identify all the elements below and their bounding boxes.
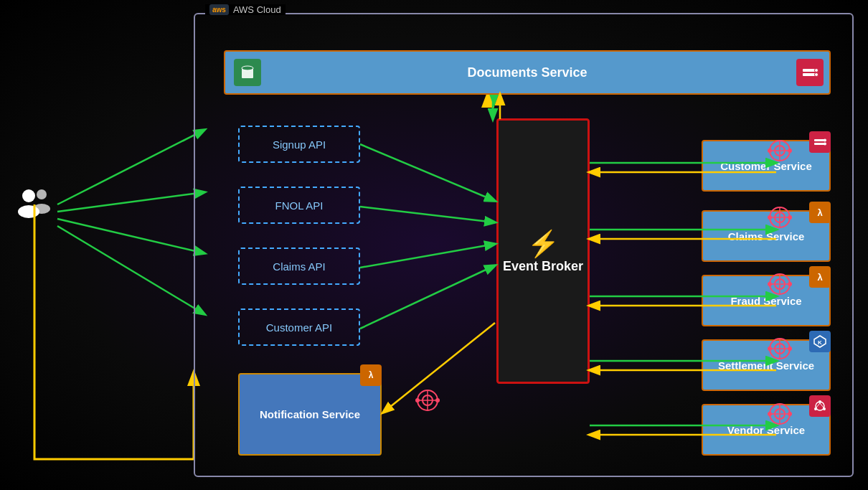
aws-cloud-container: aws AWS Cloud Documents Service Signup A… [194, 13, 854, 477]
claims-service-label: Claims Service [728, 230, 805, 242]
documents-service: Documents Service [224, 50, 831, 95]
svg-point-17 [815, 73, 819, 77]
vendor-service-label: Vendor Service [727, 424, 805, 436]
svg-point-80 [415, 398, 420, 402]
svg-point-21 [824, 143, 826, 146]
notification-lambda-badge: λ [360, 364, 382, 386]
settlement-service-label: Settlement Service [718, 359, 814, 372]
svg-line-8 [57, 226, 204, 314]
customer-api-box: Customer API [238, 308, 360, 346]
svg-text:K: K [818, 339, 822, 346]
mq-icon-doc [796, 59, 824, 86]
svg-point-20 [824, 139, 826, 142]
svg-point-27 [814, 407, 817, 410]
s3-icon [234, 59, 261, 86]
claims-api-box: Claims API [238, 248, 360, 285]
svg-line-6 [57, 192, 204, 212]
notification-service-label: Notification Service [260, 408, 360, 420]
svg-line-33 [360, 265, 495, 329]
settlement-service: K Settlement Service [702, 339, 831, 391]
customer-api-label: Customer API [266, 321, 333, 334]
svg-line-5 [57, 130, 204, 204]
fraud-service: λ Fraud Service [702, 275, 831, 326]
aws-logo: aws AWS Cloud [205, 4, 286, 15]
svg-line-30 [360, 144, 495, 201]
event-broker-label: Event Broker [503, 259, 583, 274]
fnol-api-label: FNOL API [275, 199, 324, 212]
claims-api-label: Claims API [273, 260, 325, 273]
fraud-svc-icon: λ [809, 266, 831, 288]
aws-logo-box: aws [209, 4, 229, 15]
svg-point-3 [33, 204, 50, 214]
customer-svc-icon [809, 131, 831, 153]
customer-service-label: Customer Service [720, 160, 812, 172]
svg-line-32 [360, 244, 495, 268]
fnol-api-box: FNOL API [238, 187, 360, 224]
notification-service: λ Notification Service [238, 373, 382, 456]
signup-api-box: Signup API [238, 126, 360, 163]
svg-point-75 [418, 390, 438, 410]
svg-point-0 [22, 189, 35, 202]
svg-line-31 [360, 207, 495, 222]
svg-point-16 [815, 69, 819, 72]
event-broker-icon: ⚡ [527, 229, 560, 259]
svg-point-76 [423, 395, 433, 405]
claims-service: λ Claims Service [702, 210, 831, 262]
claims-svc-icon: λ [809, 202, 831, 223]
svg-point-79 [435, 398, 440, 402]
fraud-service-label: Fraud Service [730, 295, 801, 307]
svg-point-26 [823, 407, 826, 410]
vendor-svc-icon [809, 395, 831, 417]
svg-point-2 [37, 189, 47, 199]
event-broker: ⚡ Event Broker [496, 118, 590, 384]
settlement-svc-icon: K [809, 331, 831, 352]
aws-cloud-label: AWS Cloud [233, 4, 281, 15]
signup-api-label: Signup API [273, 138, 326, 151]
svg-point-25 [819, 400, 821, 403]
users-icon [13, 183, 56, 229]
documents-service-label: Documents Service [467, 65, 587, 80]
customer-service: Customer Service [702, 140, 831, 192]
svg-line-7 [57, 219, 204, 253]
svg-line-44 [383, 323, 495, 413]
vendor-service: Vendor Service [702, 404, 831, 456]
